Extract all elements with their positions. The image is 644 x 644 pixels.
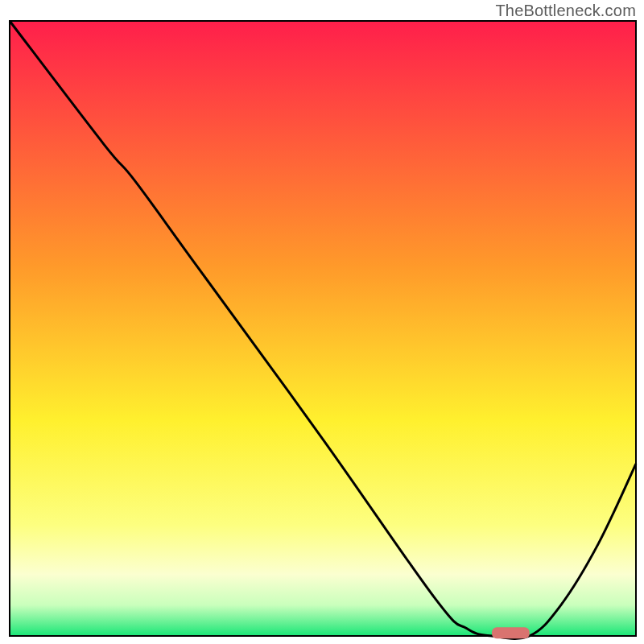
optimal-marker bbox=[492, 627, 530, 638]
attribution-text: TheBottleneck.com bbox=[495, 2, 636, 20]
chart-frame: TheBottleneck.com bbox=[0, 0, 644, 644]
chart-background bbox=[10, 21, 636, 636]
bottleneck-chart bbox=[0, 0, 644, 644]
